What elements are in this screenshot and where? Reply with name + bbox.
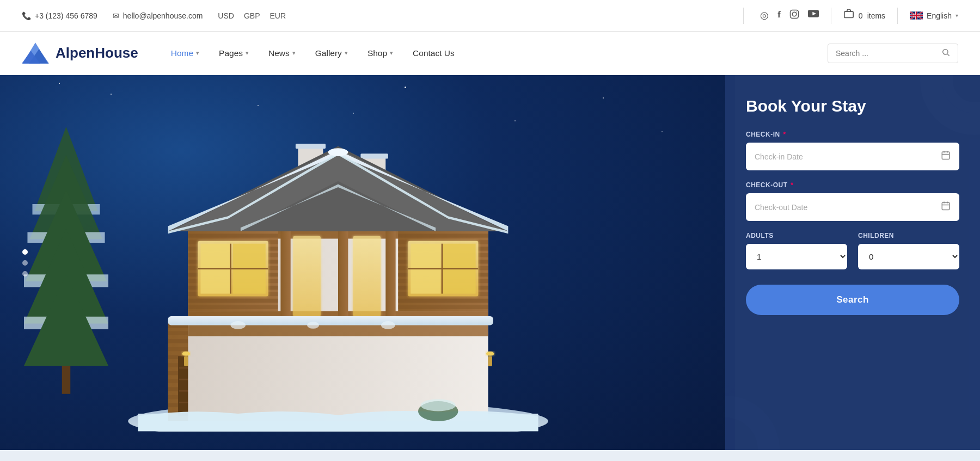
nav-pages[interactable]: Pages ▾ bbox=[219, 48, 249, 58]
tripadvisor-icon[interactable]: ◎ bbox=[760, 9, 769, 22]
svg-rect-105 bbox=[296, 144, 326, 149]
slide-dots bbox=[22, 249, 28, 276]
svg-rect-116 bbox=[488, 356, 492, 366]
nav-news-chevron: ▾ bbox=[292, 50, 296, 57]
svg-rect-58 bbox=[188, 234, 278, 238]
nav-pages-label: Pages bbox=[219, 48, 243, 58]
logo[interactable]: AlpenHouse bbox=[22, 41, 138, 65]
checkout-calendar-icon bbox=[941, 201, 951, 213]
nav-contact[interactable]: Contact Us bbox=[413, 48, 455, 58]
svg-rect-114 bbox=[184, 356, 188, 366]
topbar-right: ◎ f 0 items bbox=[760, 8, 958, 24]
svg-rect-94 bbox=[353, 236, 381, 316]
cart-label: items bbox=[867, 11, 885, 20]
svg-rect-123 bbox=[942, 152, 950, 159]
lang-dropdown-icon: ▾ bbox=[955, 13, 958, 19]
booking-panel: Book Your Stay CHECK-IN * Check-in Date … bbox=[725, 75, 980, 450]
adults-select[interactable]: 1 2 3 4 5 bbox=[746, 244, 847, 269]
checkout-placeholder: Check-out Date bbox=[755, 203, 807, 212]
checkout-input[interactable]: Check-out Date bbox=[746, 193, 959, 221]
guests-row: ADULTS 1 2 3 4 5 CHILDREN 0 1 2 3 4 bbox=[746, 232, 959, 269]
cart-area[interactable]: 0 items bbox=[843, 9, 885, 22]
svg-rect-95 bbox=[280, 231, 290, 319]
nav-shop[interactable]: Shop ▾ bbox=[367, 48, 393, 58]
svg-rect-82 bbox=[398, 305, 488, 309]
hero-image-area bbox=[0, 75, 735, 450]
logo-text: AlpenHouse bbox=[56, 45, 138, 62]
svg-point-119 bbox=[421, 399, 456, 411]
facebook-icon[interactable]: f bbox=[777, 9, 781, 22]
svg-point-10 bbox=[943, 49, 948, 54]
svg-rect-69 bbox=[188, 305, 278, 309]
nav-home-label: Home bbox=[171, 48, 193, 58]
svg-point-2 bbox=[796, 11, 797, 13]
nav-shop-chevron: ▾ bbox=[390, 50, 393, 57]
nav-gallery-chevron: ▾ bbox=[345, 50, 348, 57]
nav-news[interactable]: News ▾ bbox=[268, 48, 296, 58]
checkin-input[interactable]: Check-in Date bbox=[746, 143, 959, 170]
language-selector[interactable]: English ▾ bbox=[910, 11, 958, 20]
nav-home[interactable]: Home ▾ bbox=[171, 48, 199, 58]
booking-search-button[interactable]: Search bbox=[746, 285, 959, 315]
svg-rect-99 bbox=[168, 316, 493, 325]
svg-point-101 bbox=[307, 322, 319, 329]
adults-group: ADULTS 1 2 3 4 5 bbox=[746, 232, 847, 269]
checkin-placeholder: Check-in Date bbox=[755, 152, 803, 161]
booking-title: Book Your Stay bbox=[746, 97, 959, 115]
nav-links: Home ▾ Pages ▾ News ▾ Gallery ▾ Shop ▾ C… bbox=[171, 48, 806, 58]
nav-news-label: News bbox=[268, 48, 290, 58]
phone-icon: 📞 bbox=[22, 11, 31, 20]
cart-icon bbox=[843, 9, 854, 22]
svg-rect-127 bbox=[942, 202, 950, 210]
slide-dot-1[interactable] bbox=[22, 249, 28, 255]
svg-rect-5 bbox=[844, 11, 853, 17]
nav-shop-label: Shop bbox=[367, 48, 387, 58]
currency-usd[interactable]: USD bbox=[218, 11, 234, 20]
currency-eur[interactable]: EUR bbox=[270, 11, 286, 20]
nav-gallery-label: Gallery bbox=[315, 48, 342, 58]
svg-rect-106 bbox=[360, 154, 388, 159]
instagram-icon[interactable] bbox=[789, 9, 799, 22]
email-icon: ✉ bbox=[113, 11, 119, 20]
nav-search-box bbox=[828, 44, 958, 63]
search-input[interactable] bbox=[836, 49, 937, 58]
svg-point-102 bbox=[381, 321, 395, 329]
checkout-label: CHECK-OUT * bbox=[746, 181, 959, 189]
checkout-required: * bbox=[791, 181, 793, 189]
svg-rect-96 bbox=[385, 231, 395, 319]
youtube-icon[interactable] bbox=[808, 9, 819, 22]
phone-contact: 📞 +3 (123) 456 6789 bbox=[22, 11, 97, 20]
house-illustration bbox=[88, 131, 588, 431]
currency-gbp[interactable]: GBP bbox=[244, 11, 260, 20]
checkout-field-group: CHECK-OUT * Check-out Date bbox=[746, 181, 959, 221]
topbar-left: 📞 +3 (123) 456 6789 ✉ hello@alpenhouse.c… bbox=[22, 11, 727, 20]
children-group: CHILDREN 0 1 2 3 4 bbox=[858, 232, 959, 269]
checkin-field-group: CHECK-IN * Check-in Date bbox=[746, 131, 959, 170]
svg-point-111 bbox=[328, 149, 348, 157]
svg-rect-68 bbox=[188, 299, 278, 303]
adults-label: ADULTS bbox=[746, 232, 847, 239]
navbar: AlpenHouse Home ▾ Pages ▾ News ▾ Gallery… bbox=[0, 32, 980, 75]
topbar-right-divider bbox=[831, 8, 831, 24]
social-icons: ◎ f bbox=[760, 9, 819, 22]
email-address: hello@alpenhouse.com bbox=[123, 11, 203, 20]
phone-number: +3 (123) 456 6789 bbox=[35, 11, 97, 20]
checkin-calendar-icon bbox=[941, 150, 951, 163]
slide-dot-2[interactable] bbox=[22, 260, 28, 266]
checkin-label: CHECK-IN * bbox=[746, 131, 959, 138]
svg-point-117 bbox=[486, 352, 494, 355]
nav-pages-chevron: ▾ bbox=[246, 50, 249, 57]
slide-dot-3[interactable] bbox=[22, 271, 28, 276]
svg-point-115 bbox=[182, 352, 190, 355]
svg-line-11 bbox=[947, 54, 950, 56]
nav-contact-label: Contact Us bbox=[413, 48, 455, 58]
svg-point-100 bbox=[230, 321, 246, 329]
topbar: 📞 +3 (123) 456 6789 ✉ hello@alpenhouse.c… bbox=[0, 0, 980, 32]
flag-icon bbox=[910, 11, 923, 20]
children-label: CHILDREN bbox=[858, 232, 959, 239]
search-submit-button[interactable] bbox=[941, 48, 950, 59]
children-select[interactable]: 0 1 2 3 4 bbox=[858, 244, 959, 269]
nav-gallery[interactable]: Gallery ▾ bbox=[315, 48, 348, 58]
hero-section: Book Your Stay CHECK-IN * Check-in Date … bbox=[0, 75, 980, 450]
language-label: English bbox=[927, 11, 952, 20]
